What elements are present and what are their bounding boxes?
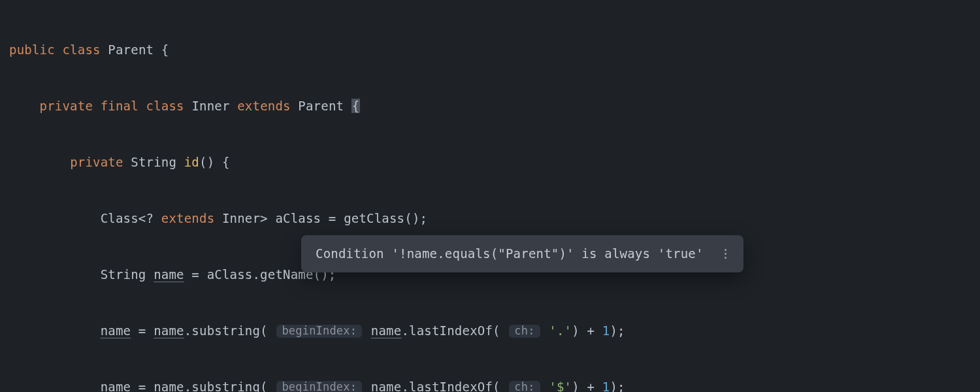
- param-hint-ch: ch:: [509, 325, 540, 338]
- keyword-final: final: [101, 99, 139, 113]
- param-hint-ch: ch:: [509, 381, 540, 392]
- var-name: name: [154, 267, 184, 282]
- keyword-class: class: [62, 42, 100, 57]
- keyword-public: public: [9, 42, 55, 57]
- text-fragment: .lastIndexOf(: [401, 380, 508, 392]
- param-hint-beginindex: beginIndex:: [276, 381, 362, 392]
- code-line[interactable]: Class<? extends Inner> aClass = getClass…: [9, 204, 980, 233]
- code-line[interactable]: private final class Inner extends Parent…: [9, 92, 980, 120]
- text-fragment: ) +: [572, 380, 602, 392]
- text-fragment: );: [610, 380, 625, 392]
- text-fragment: .substring(: [184, 380, 276, 392]
- brace-open: {: [161, 42, 169, 57]
- keyword-private: private: [70, 155, 123, 169]
- keyword-extends: extends: [161, 211, 214, 225]
- param-hint-beginindex: beginIndex:: [276, 325, 362, 338]
- brace-open-cursor: {: [351, 99, 361, 113]
- text-fragment: =: [131, 380, 154, 392]
- return-type: String: [131, 155, 176, 169]
- code-line[interactable]: name = name.substring( beginIndex: name.…: [9, 317, 980, 345]
- method-name: id: [184, 155, 199, 169]
- method-sig-rest: () {: [199, 155, 230, 169]
- tooltip-text: Condition '!name.equals("Parent")' is al…: [316, 246, 704, 262]
- text-fragment: Class<?: [101, 211, 161, 225]
- keyword-extends: extends: [237, 99, 290, 113]
- keyword-private: private: [40, 99, 93, 113]
- char-literal: '.': [549, 323, 572, 338]
- char-literal: '$': [549, 380, 572, 392]
- var-name: name: [101, 380, 131, 392]
- text-fragment: String: [101, 267, 154, 282]
- code-line[interactable]: name = name.substring( beginIndex: name.…: [9, 373, 980, 392]
- text-fragment: =: [131, 323, 154, 338]
- text-fragment: );: [610, 323, 625, 338]
- code-line[interactable]: private String id() {: [9, 148, 980, 176]
- more-actions-icon[interactable]: [722, 248, 729, 260]
- var-name: name: [101, 323, 131, 338]
- text-fragment: ) +: [572, 323, 602, 338]
- superclass-name: Parent: [298, 99, 344, 113]
- var-name: name: [154, 380, 184, 392]
- number-literal: 1: [602, 323, 610, 338]
- text-fragment: Inner> aClass = getClass();: [214, 211, 427, 225]
- code-editor[interactable]: public class Parent { private final clas…: [0, 0, 980, 392]
- var-name: name: [154, 323, 184, 338]
- text-fragment: .lastIndexOf(: [401, 323, 508, 338]
- var-name: name: [371, 323, 402, 338]
- var-name: name: [371, 380, 402, 392]
- class-name-inner: Inner: [191, 99, 229, 113]
- inspection-tooltip[interactable]: Condition '!name.equals("Parent")' is al…: [301, 235, 743, 272]
- class-name: Parent: [108, 42, 154, 57]
- keyword-class: class: [146, 99, 184, 113]
- number-literal: 1: [602, 380, 610, 392]
- text-fragment: .substring(: [184, 323, 276, 338]
- code-line[interactable]: public class Parent {: [9, 36, 980, 64]
